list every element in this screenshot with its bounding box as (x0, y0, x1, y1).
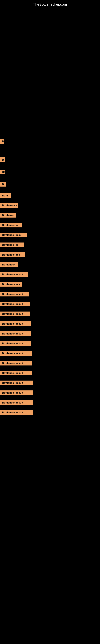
bar-label: Bo (2, 183, 5, 186)
bottleneck-bar: Bo (0, 182, 6, 186)
bar-row: B (0, 145, 100, 163)
bar-row: B (0, 8, 100, 145)
bar-row: Bottleneck result (0, 367, 100, 376)
bar-label: Bottleneck result (2, 381, 23, 384)
bottleneck-bar: Bottleneck result (0, 331, 31, 336)
bar-row: Bottleneck result (0, 347, 100, 357)
bar-label: Bottleneck result (2, 273, 23, 276)
bottleneck-bar: Bottleneck result (0, 361, 32, 366)
bars-container: BBBoBoBottlBottleneck rBottlenecBottlene… (0, 8, 100, 416)
bar-label: Bottleneck re (2, 224, 18, 226)
bottleneck-bar: Bottleneck resul (0, 233, 27, 237)
bottleneck-bar: Bottl (0, 193, 11, 198)
bottleneck-bar: Bottleneck result (0, 390, 33, 395)
bar-label: Bottleneck result (2, 292, 23, 296)
bar-label: Bottlenec (2, 214, 14, 217)
bar-row: Bottleneck result (0, 357, 100, 367)
bar-label: Bo (2, 170, 5, 174)
bottleneck-bar: Bottleneck result (0, 400, 33, 405)
bottleneck-bar: Bottleneck result (0, 410, 33, 415)
bar-row: Bottleneck result (0, 288, 100, 298)
bar-row: Bo (0, 164, 100, 176)
bar-label: Bottleneck resul (2, 234, 22, 236)
bar-label: Bottleneck result (2, 312, 23, 315)
bar-row: Bottleneck re (0, 219, 100, 228)
bottleneck-bar: Bottleneck r (0, 203, 18, 208)
bottleneck-bar: Bottleneck result (0, 351, 32, 356)
bar-row: Bottleneck resul (0, 229, 100, 238)
bottleneck-bar: Bottlenec (0, 213, 16, 218)
bottleneck-bar: Bottleneck res (0, 252, 25, 257)
bar-label: Bottleneck result (2, 391, 23, 394)
bar-label: Bottleneck result (2, 411, 23, 414)
bar-row: Bottleneck result (0, 328, 100, 337)
bar-label: B (2, 140, 4, 143)
bar-label: Bottleneck result (2, 342, 23, 345)
bar-label: Bottleneck (2, 263, 15, 266)
bar-row: Bottleneck re (0, 239, 100, 248)
bottleneck-bar: Bottleneck res (0, 282, 22, 286)
bottleneck-bar: Bo (0, 170, 5, 174)
bar-row: Bottleneck res (0, 249, 100, 258)
bar-label: Bottleneck result (2, 372, 23, 374)
bottleneck-bar: Bottleneck result (0, 322, 31, 326)
bar-row: Bottleneck r (0, 200, 100, 209)
bar-row: Bottlenec (0, 209, 100, 219)
bottleneck-bar: Bottleneck re (0, 223, 22, 228)
bar-label: Bottleneck result (2, 302, 23, 306)
bar-label: Bottl (2, 194, 8, 197)
bottleneck-bar: Bottleneck result (0, 371, 32, 375)
bottleneck-bar: Bottleneck (0, 262, 18, 267)
bar-row: Bottleneck result (0, 338, 100, 347)
bar-row: Bottleneck (0, 258, 100, 268)
bottleneck-bar: Bottleneck result (0, 312, 30, 316)
bottleneck-bar: Bottleneck result (0, 302, 30, 306)
bar-label: B (2, 158, 4, 161)
bar-row: Bottleneck result (0, 318, 100, 327)
bar-row: Bottleneck result (0, 406, 100, 416)
bar-row: Bottleneck result (0, 387, 100, 396)
bar-row: Bottleneck result (0, 377, 100, 386)
bar-row: Bottleneck result (0, 298, 100, 308)
bar-label: Bottleneck res (2, 283, 20, 286)
main-container: TheBottlenecker.com BBBoBoBottlBottlenec… (0, 0, 100, 424)
bar-label: Bottleneck re (2, 243, 18, 246)
bar-label: Bottleneck result (2, 401, 23, 404)
bar-row: Bo (0, 176, 100, 188)
bar-row: Bottl (0, 188, 100, 199)
bottleneck-bar: Bottleneck result (0, 341, 31, 346)
bar-label: Bottleneck res (2, 253, 20, 256)
bar-label: Bottleneck result (2, 362, 23, 365)
bar-label: Bottleneck result (2, 322, 23, 325)
bar-row: Bottleneck result (0, 308, 100, 317)
bottleneck-bar: B (0, 158, 5, 162)
bar-label: Bottleneck r (2, 204, 17, 207)
bar-row: Bottleneck result (0, 268, 100, 278)
bottleneck-bar: Bottleneck result (0, 272, 28, 277)
bar-row: Bottleneck res (0, 278, 100, 288)
bar-label: Bottleneck result (2, 332, 23, 335)
bar-row: Bottleneck result (0, 397, 100, 406)
bottleneck-bar: Bottleneck result (0, 380, 33, 385)
site-title: TheBottlenecker.com (0, 0, 100, 8)
bottleneck-bar: Bottleneck re (0, 242, 24, 247)
bottleneck-bar: Bottleneck result (0, 292, 29, 296)
bottleneck-bar: B (0, 139, 4, 144)
bar-label: Bottleneck result (2, 352, 23, 355)
